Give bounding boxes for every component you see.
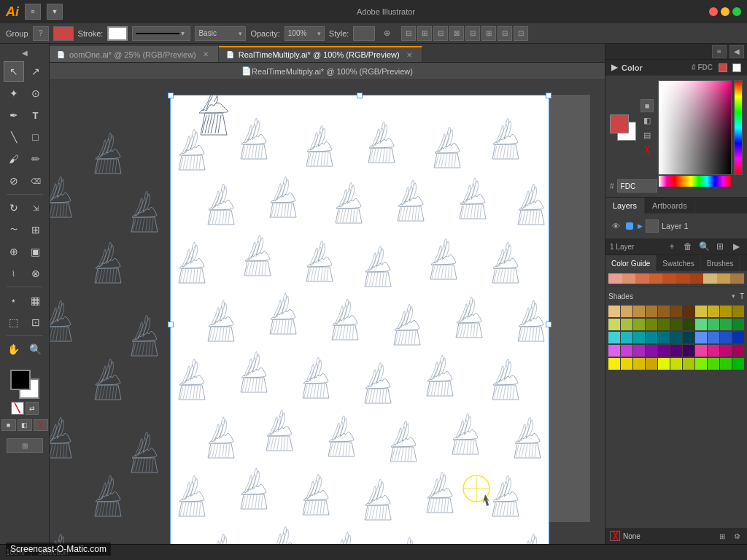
swatch[interactable] (720, 306, 732, 317)
swatch[interactable] (695, 306, 707, 317)
collapse-panel-btn[interactable]: ◀ (18, 47, 32, 58)
slice-tool-btn[interactable]: ⊡ (26, 312, 46, 332)
swatch[interactable] (708, 306, 719, 317)
swap-colors-btn[interactable]: ⇄ (26, 402, 39, 415)
swatch[interactable] (633, 319, 645, 330)
canvas-container[interactable]: .cup { fill: none; stroke: #6a7a8a; stro… (50, 80, 605, 544)
swatch[interactable] (720, 319, 732, 330)
swatch[interactable] (608, 332, 620, 343)
hue-gradient-bar[interactable] (659, 176, 731, 187)
artboard[interactable]: .cup { fill: none; stroke: #6a7a8a; stro… (170, 95, 549, 544)
gradient-mode-btn[interactable]: ◧ (18, 419, 32, 431)
tab-color-guide[interactable]: Color Guide (605, 255, 657, 271)
color-type-pattern-icon[interactable]: ▤ (640, 128, 654, 141)
swatch[interactable] (621, 358, 632, 370)
swatch[interactable] (720, 358, 732, 370)
layer-options-btn[interactable]: ⊞ (713, 241, 727, 252)
swatch[interactable] (646, 332, 657, 343)
color-panel-header[interactable]: ▶ Color # FDC (605, 60, 747, 76)
direct-selection-tool-btn[interactable]: ↗ (26, 61, 46, 82)
panel-settings-icon[interactable]: ⚙ (731, 530, 743, 542)
align-distribute-icon[interactable]: ⊟ (401, 26, 416, 41)
align-middle-icon[interactable]: ⊞ (481, 26, 496, 41)
color-preview-bg[interactable] (732, 63, 741, 72)
swatch[interactable] (708, 358, 719, 370)
swatch[interactable] (633, 306, 645, 317)
style-box[interactable] (353, 26, 375, 41)
blend-tool-btn[interactable]: ⊗ (26, 263, 46, 284)
align-right-icon[interactable]: ⊠ (449, 26, 464, 41)
none-mode-btn[interactable]: ╳ (34, 419, 48, 431)
swatch[interactable] (621, 332, 632, 343)
swatch[interactable] (646, 319, 657, 330)
zoom-tool-btn[interactable]: 🔍 (26, 339, 46, 359)
symbol-spray-tool-btn[interactable]: ⋆ (4, 290, 24, 311)
color-harmony-strip[interactable] (608, 273, 744, 284)
swatch[interactable] (732, 358, 744, 370)
panel-grid-icon[interactable]: ⊞ (716, 530, 728, 542)
swatch[interactable] (658, 358, 670, 370)
style-select[interactable]: Basic ▾ (195, 26, 246, 41)
swatch[interactable] (608, 306, 620, 317)
swatch[interactable] (683, 306, 694, 317)
close-window-btn[interactable] (709, 7, 718, 16)
panel-collapse-btn[interactable]: ◀ (729, 45, 744, 58)
stroke-color-box[interactable] (107, 26, 128, 41)
screen-mode-btn[interactable]: ⊞ (7, 438, 43, 453)
opacity-input[interactable]: 100% ▾ (285, 26, 325, 41)
swatch[interactable] (633, 345, 645, 357)
align-center-icon[interactable]: ⊟ (433, 26, 448, 41)
minimize-window-btn[interactable] (721, 7, 729, 16)
swatch[interactable] (670, 306, 682, 317)
swatch[interactable] (658, 332, 670, 343)
eyedropper-tool-btn[interactable]: ⌇ (4, 263, 24, 284)
shades-dropdown-icon[interactable]: ▾ (728, 290, 740, 302)
swatch[interactable] (683, 332, 694, 343)
foreground-color-box[interactable] (10, 370, 31, 390)
swatch[interactable] (633, 332, 645, 343)
color-fg-bg-selector[interactable] (610, 114, 636, 141)
free-transform-tool-btn[interactable]: ⊞ (26, 219, 46, 240)
hand-tool-btn[interactable]: ✋ (4, 339, 24, 359)
color-fill-mode-btn[interactable]: ■ (1, 419, 16, 431)
swatch[interactable] (732, 332, 744, 343)
swatch[interactable] (646, 345, 657, 357)
warp-tool-btn[interactable]: 〜 (4, 219, 24, 240)
layer-visibility-icon[interactable]: 👁 (610, 220, 622, 232)
panel-menu-btn[interactable]: ≡ (712, 45, 727, 58)
color-spectrum[interactable] (658, 80, 732, 175)
swatch[interactable] (732, 306, 744, 317)
swatch[interactable] (608, 345, 620, 357)
align-bottom-icon[interactable]: ⊟ (498, 26, 512, 41)
swatch[interactable] (658, 345, 670, 357)
scale-tool-btn[interactable]: ⇲ (26, 198, 46, 218)
lasso-tool-btn[interactable]: ⊙ (26, 83, 46, 104)
swatch[interactable] (646, 358, 657, 370)
color-type-solid-icon[interactable]: ■ (640, 99, 654, 112)
swatch[interactable] (683, 358, 694, 370)
layer-lock-icon[interactable] (624, 221, 635, 231)
hex-color-input[interactable] (617, 179, 657, 192)
rotate-tool-btn[interactable]: ↻ (4, 198, 24, 218)
swatch[interactable] (621, 306, 632, 317)
swatch[interactable] (670, 358, 682, 370)
tab-swatches[interactable]: Swatches (657, 255, 700, 271)
tab-2-close-btn[interactable]: ✕ (404, 50, 414, 60)
swatch[interactable] (708, 332, 719, 343)
swatch[interactable] (683, 345, 694, 357)
swatch[interactable] (633, 358, 645, 370)
magic-wand-tool-btn[interactable]: ✦ (4, 83, 24, 104)
swatch[interactable] (683, 319, 694, 330)
swatch[interactable] (708, 319, 719, 330)
none-color-btn[interactable]: ╲ (11, 402, 24, 415)
menu-icon1[interactable]: ≡ (25, 4, 41, 20)
tab-1-close-btn[interactable]: ✕ (201, 50, 211, 60)
paintbrush-tool-btn[interactable]: 🖌 (4, 149, 24, 169)
swatch[interactable] (695, 319, 707, 330)
tab-layers[interactable]: Layers (605, 198, 645, 214)
fg-color-swatch[interactable] (610, 114, 629, 133)
search-layers-btn[interactable]: 🔍 (697, 241, 711, 252)
swatch[interactable] (646, 306, 657, 317)
type-tool-btn[interactable]: T (26, 105, 46, 125)
tab-2[interactable]: 📄 RealTimeMultiply.ai* @ 100% (RGB/Previ… (219, 46, 422, 62)
